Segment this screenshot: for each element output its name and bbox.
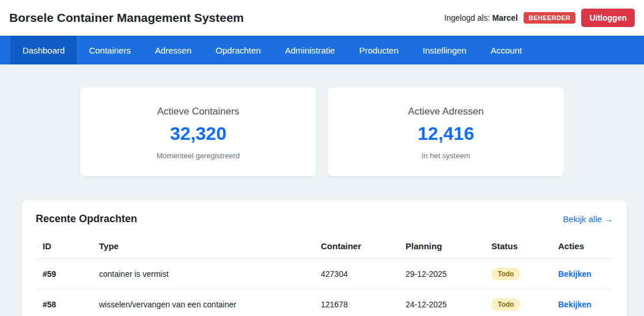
- main-content: Actieve Containers 32,320 Momenteel gere…: [0, 64, 644, 316]
- stat-title: Actieve Containers: [80, 106, 316, 117]
- stat-subtitle: In het systeem: [328, 151, 564, 160]
- role-badge: BEHEERDER: [524, 12, 576, 24]
- nav-item-adressen[interactable]: Adressen: [143, 36, 203, 64]
- view-order-link[interactable]: Bekijken: [558, 269, 592, 279]
- orders-table-header-row: ID Type Container Planning Status Acties: [36, 234, 613, 259]
- recent-orders-header: Recente Opdrachten Bekijk alle →: [36, 213, 613, 225]
- col-header-status: Status: [484, 234, 551, 259]
- nav-item-instellingen[interactable]: Instellingen: [411, 36, 479, 64]
- col-header-acties: Acties: [551, 234, 613, 259]
- table-row: #59 container is vermist 427304 29-12-20…: [36, 259, 613, 290]
- nav-item-account[interactable]: Account: [479, 36, 534, 64]
- order-container: 121678: [314, 290, 399, 316]
- username: Marcel: [492, 13, 517, 22]
- view-all-link[interactable]: Bekijk alle →: [563, 214, 613, 224]
- stat-title: Actieve Adressen: [328, 106, 564, 117]
- order-id: #59: [36, 259, 92, 290]
- stat-subtitle: Momenteel geregistreerd: [80, 151, 316, 160]
- order-status: Todo: [484, 259, 551, 290]
- stat-card-containers: Actieve Containers 32,320 Momenteel gere…: [80, 87, 316, 176]
- order-actions: Bekijken: [551, 290, 613, 316]
- order-planning: 29-12-2025: [399, 259, 484, 290]
- logged-in-as: Ingelogd als: Marcel: [444, 13, 518, 22]
- nav-item-dashboard[interactable]: Dashboard: [10, 36, 77, 64]
- nav-item-containers[interactable]: Containers: [77, 36, 143, 64]
- status-badge: Todo: [491, 268, 520, 280]
- main-nav: Dashboard Containers Adressen Opdrachten…: [0, 36, 644, 64]
- app-title: Borsele Container Management Systeem: [9, 11, 244, 25]
- nav-item-opdrachten[interactable]: Opdrachten: [203, 36, 272, 64]
- logout-button[interactable]: Uitloggen: [581, 9, 635, 27]
- order-type: wisselen/vervangen van een container: [92, 290, 314, 316]
- header-right: Ingelogd als: Marcel BEHEERDER Uitloggen: [444, 9, 635, 27]
- status-badge: Todo: [491, 298, 520, 311]
- view-order-link[interactable]: Bekijken: [558, 300, 592, 309]
- stat-value: 32,320: [80, 123, 316, 144]
- order-id: #58: [36, 290, 92, 316]
- top-header: Borsele Container Management Systeem Ing…: [0, 0, 644, 36]
- logged-in-label: Ingelogd als:: [444, 13, 490, 22]
- recent-orders-card: Recente Opdrachten Bekijk alle → ID Type…: [22, 200, 627, 316]
- stat-value: 12,416: [328, 123, 564, 144]
- order-planning: 24-12-2025: [399, 290, 484, 316]
- order-actions: Bekijken: [551, 259, 613, 290]
- order-type: container is vermist: [92, 259, 314, 290]
- nav-item-producten[interactable]: Producten: [347, 36, 410, 64]
- order-status: Todo: [484, 290, 551, 316]
- order-container: 427304: [314, 259, 399, 290]
- table-row: #58 wisselen/vervangen van een container…: [36, 290, 613, 316]
- stats-row: Actieve Containers 32,320 Momenteel gere…: [0, 87, 644, 176]
- col-header-id: ID: [36, 234, 92, 259]
- recent-orders-title: Recente Opdrachten: [36, 213, 137, 225]
- col-header-container: Container: [314, 234, 399, 259]
- col-header-planning: Planning: [399, 234, 484, 259]
- stat-card-adressen: Actieve Adressen 12,416 In het systeem: [328, 87, 564, 176]
- nav-item-administratie[interactable]: Administratie: [273, 36, 347, 64]
- col-header-type: Type: [92, 234, 314, 259]
- orders-table: ID Type Container Planning Status Acties…: [36, 234, 613, 316]
